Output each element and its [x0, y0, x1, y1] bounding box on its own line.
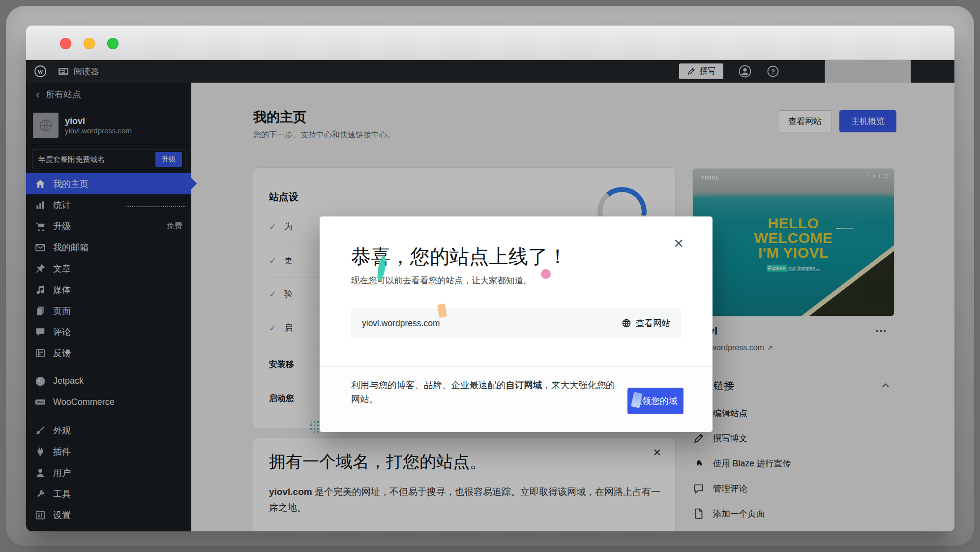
footer-text-pre: 利用与您的博客、品牌、企业最速配的 — [351, 380, 506, 390]
confetti-pink — [541, 269, 551, 279]
modal-view-site-link[interactable]: 查看网站 — [622, 317, 670, 329]
claim-domain-button[interactable]: 认领您的域 — [627, 388, 683, 414]
close-icon[interactable]: ✕ — [673, 237, 684, 250]
modal-footer-text: 利用与您的博客、品牌、企业最速配的自订网域，来大大强化您的网站。 — [351, 378, 621, 406]
modal-title: 恭喜，您的站点上线了！ — [351, 243, 567, 270]
site-url-box: yiovl.wordpress.com 查看网站 — [351, 308, 681, 338]
modal-subtitle: 现在您可以前去看看您的站点，让大家都知道。 — [351, 275, 532, 286]
window-titlebar — [26, 26, 954, 60]
close-window-button[interactable] — [60, 38, 71, 49]
globe-icon — [622, 318, 631, 328]
modal-site-url: yiovl.wordpress.com — [362, 318, 440, 329]
site-launched-modal: ✕ 恭喜，您的站点上线了！ 现在您可以前去看看您的站点，让大家都知道。 yiov… — [320, 216, 713, 432]
browser-window: W 阅读器 撰写 ? ‹ 所有站点 — [26, 26, 954, 531]
modal-footer: 利用与您的博客、品牌、企业最速配的自订网域，来大大强化您的网站。 认领您的域 — [320, 366, 713, 432]
footer-text-bold: 自订网域 — [506, 380, 542, 390]
minimize-window-button[interactable] — [84, 38, 95, 49]
zoom-window-button[interactable] — [107, 38, 119, 49]
modal-view-site-label: 查看网站 — [636, 317, 670, 329]
